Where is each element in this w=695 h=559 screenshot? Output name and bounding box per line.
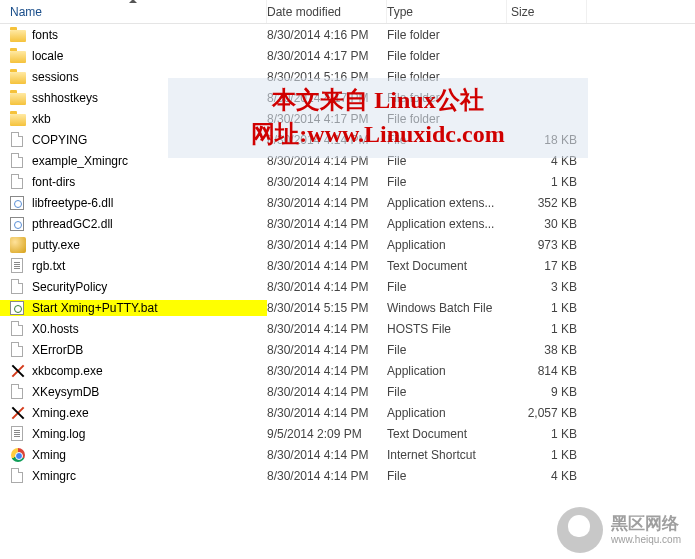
file-type: Application <box>387 238 507 252</box>
brand-en: www.heiqu.com <box>611 534 681 545</box>
column-header-size[interactable]: Size <box>507 0 587 23</box>
file-row[interactable]: xkbcomp.exe8/30/2014 4:14 PMApplication8… <box>0 360 695 381</box>
file-size: 17 KB <box>507 259 587 273</box>
file-row[interactable]: sessions8/30/2014 5:16 PMFile folder <box>0 66 695 87</box>
file-row[interactable]: font-dirs8/30/2014 4:14 PMFile1 KB <box>0 171 695 192</box>
file-date: 8/30/2014 4:14 PM <box>267 364 387 378</box>
file-type: Application extens... <box>387 196 507 210</box>
file-name-label: XErrorDB <box>32 343 83 357</box>
file-size: 814 KB <box>507 364 587 378</box>
file-icon <box>10 342 26 358</box>
file-row[interactable]: Xmingrc8/30/2014 4:14 PMFile4 KB <box>0 465 695 486</box>
file-icon <box>10 132 26 148</box>
file-type: File folder <box>387 49 507 63</box>
file-date: 8/30/2014 4:14 PM <box>267 217 387 231</box>
file-row[interactable]: sshhostkeys8/30/2014 4:17 PMFile folder <box>0 87 695 108</box>
file-name-label: Xming <box>32 448 66 462</box>
file-row[interactable]: XKeysymDB8/30/2014 4:14 PMFile9 KB <box>0 381 695 402</box>
file-size: 1 KB <box>507 322 587 336</box>
text-icon <box>10 258 26 274</box>
file-date: 8/30/2014 4:14 PM <box>267 196 387 210</box>
file-size: 3 KB <box>507 280 587 294</box>
file-date: 8/30/2014 4:14 PM <box>267 322 387 336</box>
file-row[interactable]: XErrorDB8/30/2014 4:14 PMFile38 KB <box>0 339 695 360</box>
file-date: 8/30/2014 4:17 PM <box>267 49 387 63</box>
x-icon <box>10 405 26 421</box>
putty-icon <box>10 237 26 253</box>
file-date: 8/30/2014 4:14 PM <box>267 469 387 483</box>
file-name-label: SecurityPolicy <box>32 280 107 294</box>
file-name-label: locale <box>32 49 63 63</box>
file-row[interactable]: locale8/30/2014 4:17 PMFile folder <box>0 45 695 66</box>
file-size: 9 KB <box>507 385 587 399</box>
column-header-date[interactable]: Date modified <box>267 0 387 23</box>
file-type: File <box>387 343 507 357</box>
mushroom-icon <box>557 507 603 553</box>
file-row[interactable]: X0.hosts8/30/2014 4:14 PMHOSTS File1 KB <box>0 318 695 339</box>
file-name-label: sessions <box>32 70 79 84</box>
file-type: Text Document <box>387 259 507 273</box>
column-header-row: Name Date modified Type Size <box>0 0 695 24</box>
x-icon <box>10 363 26 379</box>
file-type: Application <box>387 406 507 420</box>
file-type: File folder <box>387 112 507 126</box>
file-size: 973 KB <box>507 238 587 252</box>
file-row[interactable]: Start Xming+PuTTY.bat8/30/2014 5:15 PMWi… <box>0 297 695 318</box>
file-row[interactable]: pthreadGC2.dll8/30/2014 4:14 PMApplicati… <box>0 213 695 234</box>
file-name-label: X0.hosts <box>32 322 79 336</box>
file-type: File folder <box>387 28 507 42</box>
column-header-type[interactable]: Type <box>387 0 507 23</box>
file-row[interactable]: rgb.txt8/30/2014 4:14 PMText Document17 … <box>0 255 695 276</box>
folder-icon <box>10 27 26 43</box>
file-name-label: XKeysymDB <box>32 385 99 399</box>
file-icon <box>10 468 26 484</box>
file-row[interactable]: Xming8/30/2014 4:14 PMInternet Shortcut1… <box>0 444 695 465</box>
file-name-label: example_Xmingrc <box>32 154 128 168</box>
column-header-type-label: Type <box>387 5 413 19</box>
file-row[interactable]: putty.exe8/30/2014 4:14 PMApplication973… <box>0 234 695 255</box>
file-row[interactable]: Xming.exe8/30/2014 4:14 PMApplication2,0… <box>0 402 695 423</box>
file-type: Windows Batch File <box>387 301 507 315</box>
file-row[interactable]: example_Xmingrc8/30/2014 4:14 PMFile4 KB <box>0 150 695 171</box>
dll-icon <box>10 216 26 232</box>
file-row[interactable]: Xming.log9/5/2014 2:09 PMText Document1 … <box>0 423 695 444</box>
file-date: 8/30/2014 4:14 PM <box>267 280 387 294</box>
file-type: File folder <box>387 91 507 105</box>
file-type: Internet Shortcut <box>387 448 507 462</box>
file-name-label: sshhostkeys <box>32 91 98 105</box>
column-header-name-label: Name <box>10 5 42 19</box>
file-date: 8/30/2014 5:16 PM <box>267 70 387 84</box>
file-row[interactable]: SecurityPolicy8/30/2014 4:14 PMFile3 KB <box>0 276 695 297</box>
file-icon <box>10 174 26 190</box>
file-name-label: rgb.txt <box>32 259 65 273</box>
file-date: 8/30/2014 4:14 PM <box>267 385 387 399</box>
file-date: 8/30/2014 5:15 PM <box>267 301 387 315</box>
file-date: 8/30/2014 4:14 PM <box>267 175 387 189</box>
file-icon <box>10 153 26 169</box>
dll-icon <box>10 195 26 211</box>
file-name-label: Start Xming+PuTTY.bat <box>32 301 158 315</box>
file-type: File <box>387 154 507 168</box>
file-type: File <box>387 133 507 147</box>
file-size: 1 KB <box>507 301 587 315</box>
folder-icon <box>10 69 26 85</box>
file-size: 352 KB <box>507 196 587 210</box>
sort-ascending-icon <box>129 0 137 3</box>
column-header-size-label: Size <box>511 5 534 19</box>
file-row[interactable]: COPYING8/30/2014 4:14 PMFile18 KB <box>0 129 695 150</box>
folder-icon <box>10 90 26 106</box>
file-icon <box>10 279 26 295</box>
file-name-label: Xming.log <box>32 427 85 441</box>
chrome-icon <box>10 447 26 463</box>
file-type: HOSTS File <box>387 322 507 336</box>
file-row[interactable]: libfreetype-6.dll8/30/2014 4:14 PMApplic… <box>0 192 695 213</box>
brand-text: 黑区网络 www.heiqu.com <box>611 515 681 545</box>
file-row[interactable]: xkb8/30/2014 4:17 PMFile folder <box>0 108 695 129</box>
file-size: 4 KB <box>507 154 587 168</box>
file-row[interactable]: fonts8/30/2014 4:16 PMFile folder <box>0 24 695 45</box>
file-name-label: fonts <box>32 28 58 42</box>
file-icon <box>10 384 26 400</box>
column-header-name[interactable]: Name <box>0 0 267 23</box>
file-date: 8/30/2014 4:14 PM <box>267 406 387 420</box>
file-date: 8/30/2014 4:14 PM <box>267 259 387 273</box>
